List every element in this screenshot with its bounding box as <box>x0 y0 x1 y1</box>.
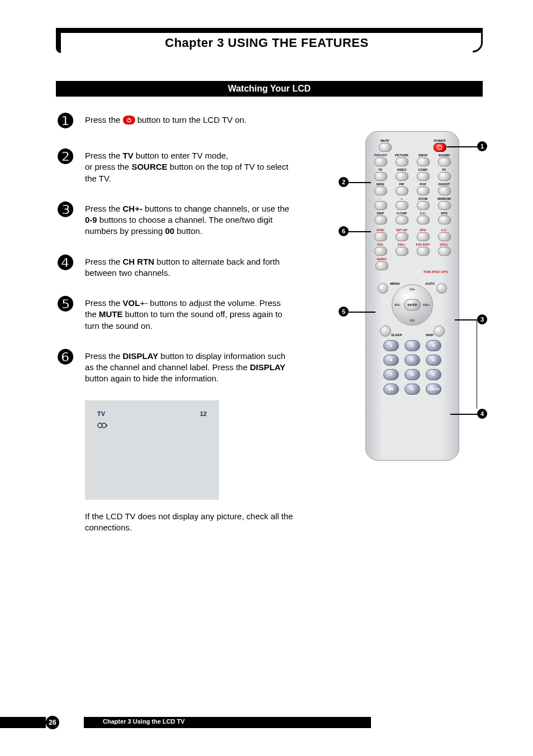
step-num-2: ❷ <box>56 147 75 167</box>
digest-button[interactable] <box>438 186 451 195</box>
callout-line <box>455 319 477 320</box>
lbl: POWER <box>434 138 446 143</box>
numpad-00[interactable]: 00 <box>383 384 399 395</box>
nav-ring[interactable]: CH+ CH- VOL- VOL+ ENTER <box>392 284 433 326</box>
pip-button[interactable] <box>396 186 408 195</box>
skip-button[interactable] <box>434 326 445 337</box>
--button[interactable] <box>396 201 408 210</box>
auto-button[interactable] <box>436 283 447 294</box>
numpad-5[interactable]: 5 <box>404 355 420 366</box>
note-text: If the LCD TV does not display any pictu… <box>85 511 314 534</box>
lbl: MTS <box>441 211 448 216</box>
window-button[interactable] <box>438 201 451 210</box>
lbl: SET UP <box>396 228 407 232</box>
numpad-0[interactable]: 0 <box>404 384 420 395</box>
numpad-4[interactable]: 4 <box>383 355 399 366</box>
numpad-ch-rtn[interactable]: CH/RTN <box>426 384 441 395</box>
zoom-button[interactable] <box>417 201 430 210</box>
lbl: C.C. <box>420 211 426 216</box>
numpad-3[interactable]: 3 <box>426 340 441 351</box>
pop-button[interactable] <box>417 186 430 195</box>
set-up-button[interactable] <box>396 232 408 241</box>
callout-1: 1 <box>477 141 487 151</box>
lbl: C.C. <box>441 228 448 232</box>
callout-5: 5 <box>339 307 349 317</box>
lbl: CH- <box>410 319 415 322</box>
t: Press the <box>85 298 123 308</box>
lbl: COMP. <box>418 168 427 172</box>
lbl: PICTURE <box>395 153 408 157</box>
tv-catv-button[interactable] <box>374 157 387 166</box>
lbl: FAV- <box>377 242 384 247</box>
c-c--button[interactable] <box>417 216 430 224</box>
picture-button[interactable] <box>396 157 408 166</box>
menu-button[interactable] <box>378 283 388 294</box>
audio-button[interactable] <box>375 261 388 270</box>
atsc-button[interactable] <box>374 232 387 241</box>
t: DISPLAY <box>123 351 159 361</box>
t: TV <box>123 151 134 160</box>
--button[interactable] <box>374 201 387 210</box>
swap-button[interactable] <box>417 157 430 166</box>
sleep-button[interactable] <box>380 326 391 337</box>
lbl: SWAP <box>418 153 427 157</box>
page-number: 26 <box>46 716 59 729</box>
step-num-4: ❹ <box>56 253 75 273</box>
callout-line <box>477 319 478 409</box>
t: CH RTN <box>123 257 155 266</box>
lbl: POP <box>420 182 426 186</box>
step-text-5: Press the VOL+- buttons to adjust the vo… <box>85 294 292 332</box>
video-button[interactable] <box>396 172 408 181</box>
fav--button[interactable] <box>374 247 387 256</box>
lbl: WIDE <box>377 182 384 186</box>
step-num-6: ❻ <box>56 347 75 367</box>
numpad-8[interactable]: 8 <box>404 369 420 380</box>
numpad-9[interactable]: 9 <box>426 369 441 380</box>
epg-button[interactable] <box>417 232 430 241</box>
for-atsc-label: FOR ATSC DTV <box>371 270 454 274</box>
wide-button[interactable] <box>374 186 387 195</box>
v-chip-button[interactable] <box>396 216 408 224</box>
lbl: FAV EDIT <box>416 242 430 247</box>
step-6: ❻ Press the DISPLAY button to display in… <box>56 347 335 385</box>
footer-left-bar <box>0 717 46 728</box>
callout-line <box>349 312 375 313</box>
c-c--button[interactable] <box>438 232 451 241</box>
t: or press the <box>85 162 131 171</box>
mts-button[interactable] <box>438 216 451 224</box>
lbl: WINDOW <box>437 197 451 201</box>
lbl: SOUND <box>439 153 450 157</box>
lbl: DIGEST <box>439 182 450 186</box>
lbl: VOL+ <box>423 303 430 307</box>
lbl: MUTE <box>380 138 389 143</box>
lbl: STILL <box>440 242 448 247</box>
still-button[interactable] <box>438 247 451 256</box>
t: SOURCE <box>131 162 167 171</box>
chapter-left-bar <box>56 33 61 53</box>
power-button[interactable] <box>434 143 446 152</box>
pc-button[interactable] <box>438 172 451 181</box>
callout-6: 6 <box>339 226 349 236</box>
numpad-1[interactable]: 1 <box>383 340 399 351</box>
numpad-2[interactable]: 2 <box>404 340 420 351</box>
comp--button[interactable] <box>417 172 430 181</box>
step-num-1: ❶ <box>56 111 75 131</box>
t: Press the <box>85 351 123 361</box>
footer-text: Chapter 3 Using the LCD TV <box>84 717 371 728</box>
lbl: SLEEP <box>391 333 402 337</box>
lbl: TV <box>378 168 382 172</box>
svg-rect-4 <box>106 424 107 427</box>
fav-edit-button[interactable] <box>417 247 430 256</box>
numpad-7[interactable]: 7 <box>383 369 399 380</box>
t: MUTE <box>99 309 123 319</box>
t: 0-9 <box>85 215 97 224</box>
mute-button[interactable] <box>379 143 392 152</box>
disp-button[interactable] <box>374 216 387 224</box>
step-text-4: Press the CH RTN button to alternate bac… <box>85 253 292 279</box>
tv-button[interactable] <box>374 172 387 181</box>
lbl: PIP <box>399 182 404 186</box>
numpad-6[interactable]: 6 <box>426 355 441 366</box>
fav--button[interactable] <box>396 247 408 256</box>
sound-button[interactable] <box>438 157 451 166</box>
enter-button[interactable]: ENTER <box>404 299 421 311</box>
